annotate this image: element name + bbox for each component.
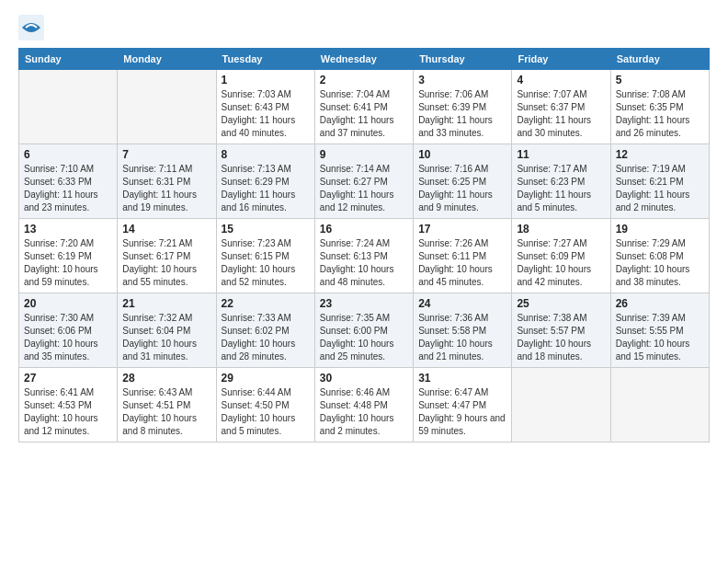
calendar-header: SundayMondayTuesdayWednesdayThursdayFrid… (19, 49, 710, 70)
day-header-sunday: Sunday (19, 49, 118, 70)
day-info: Sunrise: 7:32 AMSunset: 6:04 PMDaylight:… (122, 312, 210, 363)
day-info: Sunrise: 7:08 AMSunset: 6:35 PMDaylight:… (616, 88, 704, 140)
day-info: Sunrise: 7:21 AMSunset: 6:17 PMDaylight:… (122, 237, 210, 289)
logo (18, 15, 48, 40)
calendar: SundayMondayTuesdayWednesdayThursdayFrid… (18, 48, 710, 442)
day-number: 26 (616, 297, 704, 310)
calendar-cell: 20Sunrise: 7:30 AMSunset: 6:06 PMDayligh… (19, 293, 118, 368)
day-info: Sunrise: 7:03 AMSunset: 6:43 PMDaylight:… (222, 88, 310, 140)
calendar-cell (19, 70, 118, 144)
calendar-cell: 21Sunrise: 7:32 AMSunset: 6:04 PMDayligh… (118, 293, 216, 368)
calendar-cell: 9Sunrise: 7:14 AMSunset: 6:27 PMDaylight… (314, 144, 413, 219)
day-number: 9 (320, 148, 408, 161)
calendar-cell: 31Sunrise: 6:47 AMSunset: 4:47 PMDayligh… (414, 368, 512, 442)
day-info: Sunrise: 7:38 AMSunset: 5:57 PMDaylight:… (517, 312, 605, 363)
day-number: 5 (616, 74, 704, 86)
calendar-cell (512, 368, 610, 442)
calendar-cell: 7Sunrise: 7:11 AMSunset: 6:31 PMDaylight… (118, 144, 216, 219)
calendar-cell: 4Sunrise: 7:07 AMSunset: 6:37 PMDaylight… (512, 70, 610, 144)
calendar-cell: 27Sunrise: 6:41 AMSunset: 4:53 PMDayligh… (19, 368, 118, 442)
calendar-cell: 19Sunrise: 7:29 AMSunset: 6:08 PMDayligh… (610, 219, 709, 293)
day-number: 4 (517, 74, 605, 86)
calendar-cell: 14Sunrise: 7:21 AMSunset: 6:17 PMDayligh… (118, 219, 216, 293)
day-header-thursday: Thursday (414, 49, 512, 70)
day-number: 13 (24, 223, 112, 236)
day-info: Sunrise: 7:33 AMSunset: 6:02 PMDaylight:… (222, 312, 310, 363)
day-info: Sunrise: 7:29 AMSunset: 6:08 PMDaylight:… (616, 237, 704, 289)
calendar-cell: 13Sunrise: 7:20 AMSunset: 6:19 PMDayligh… (19, 219, 118, 293)
calendar-cell: 1Sunrise: 7:03 AMSunset: 6:43 PMDaylight… (216, 70, 314, 144)
day-info: Sunrise: 7:04 AMSunset: 6:41 PMDaylight:… (320, 88, 408, 140)
day-info: Sunrise: 7:20 AMSunset: 6:19 PMDaylight:… (24, 237, 112, 289)
day-number: 23 (320, 297, 408, 310)
header (18, 15, 710, 40)
page: SundayMondayTuesdayWednesdayThursdayFrid… (0, 0, 728, 452)
day-number: 2 (320, 74, 408, 86)
day-info: Sunrise: 6:46 AMSunset: 4:48 PMDaylight:… (320, 386, 408, 438)
day-header-saturday: Saturday (610, 49, 709, 70)
day-info: Sunrise: 7:14 AMSunset: 6:27 PMDaylight:… (320, 163, 408, 214)
calendar-cell: 2Sunrise: 7:04 AMSunset: 6:41 PMDaylight… (314, 70, 413, 144)
calendar-cell: 26Sunrise: 7:39 AMSunset: 5:55 PMDayligh… (610, 293, 709, 368)
day-header-monday: Monday (118, 49, 216, 70)
day-number: 6 (24, 148, 112, 161)
day-number: 18 (517, 223, 605, 236)
day-info: Sunrise: 7:39 AMSunset: 5:55 PMDaylight:… (616, 312, 704, 363)
calendar-cell: 12Sunrise: 7:19 AMSunset: 6:21 PMDayligh… (610, 144, 709, 219)
day-info: Sunrise: 7:36 AMSunset: 5:58 PMDaylight:… (418, 312, 506, 363)
day-number: 14 (122, 223, 210, 236)
day-info: Sunrise: 7:17 AMSunset: 6:23 PMDaylight:… (517, 163, 605, 214)
day-info: Sunrise: 6:44 AMSunset: 4:50 PMDaylight:… (222, 386, 310, 438)
day-number: 11 (517, 148, 605, 161)
calendar-cell: 22Sunrise: 7:33 AMSunset: 6:02 PMDayligh… (216, 293, 314, 368)
day-info: Sunrise: 6:41 AMSunset: 4:53 PMDaylight:… (24, 386, 112, 438)
day-info: Sunrise: 7:10 AMSunset: 6:33 PMDaylight:… (24, 163, 112, 214)
week-row-2: 6Sunrise: 7:10 AMSunset: 6:33 PMDaylight… (19, 144, 710, 219)
day-number: 16 (320, 223, 408, 236)
calendar-cell: 8Sunrise: 7:13 AMSunset: 6:29 PMDaylight… (216, 144, 314, 219)
day-number: 7 (122, 148, 210, 161)
day-info: Sunrise: 7:35 AMSunset: 6:00 PMDaylight:… (320, 312, 408, 363)
day-number: 8 (222, 148, 310, 161)
day-number: 31 (418, 372, 506, 385)
day-info: Sunrise: 7:16 AMSunset: 6:25 PMDaylight:… (418, 163, 506, 214)
day-info: Sunrise: 6:47 AMSunset: 4:47 PMDaylight:… (418, 386, 506, 438)
week-row-1: 1Sunrise: 7:03 AMSunset: 6:43 PMDaylight… (19, 70, 710, 144)
week-row-5: 27Sunrise: 6:41 AMSunset: 4:53 PMDayligh… (19, 368, 710, 442)
calendar-cell: 6Sunrise: 7:10 AMSunset: 6:33 PMDaylight… (19, 144, 118, 219)
day-header-wednesday: Wednesday (314, 49, 413, 70)
day-number: 10 (418, 148, 506, 161)
week-row-3: 13Sunrise: 7:20 AMSunset: 6:19 PMDayligh… (19, 219, 710, 293)
calendar-cell: 29Sunrise: 6:44 AMSunset: 4:50 PMDayligh… (216, 368, 314, 442)
calendar-cell: 11Sunrise: 7:17 AMSunset: 6:23 PMDayligh… (512, 144, 610, 219)
calendar-cell: 10Sunrise: 7:16 AMSunset: 6:25 PMDayligh… (414, 144, 512, 219)
day-number: 15 (222, 223, 310, 236)
day-info: Sunrise: 7:26 AMSunset: 6:11 PMDaylight:… (418, 237, 506, 289)
day-header-tuesday: Tuesday (216, 49, 314, 70)
logo-icon (18, 15, 44, 40)
day-number: 24 (418, 297, 506, 310)
day-number: 25 (517, 297, 605, 310)
day-number: 20 (24, 297, 112, 310)
calendar-cell: 5Sunrise: 7:08 AMSunset: 6:35 PMDaylight… (610, 70, 709, 144)
day-info: Sunrise: 7:27 AMSunset: 6:09 PMDaylight:… (517, 237, 605, 289)
day-number: 19 (616, 223, 704, 236)
day-header-friday: Friday (512, 49, 610, 70)
calendar-cell: 23Sunrise: 7:35 AMSunset: 6:00 PMDayligh… (314, 293, 413, 368)
calendar-body: 1Sunrise: 7:03 AMSunset: 6:43 PMDaylight… (19, 70, 710, 442)
calendar-cell: 17Sunrise: 7:26 AMSunset: 6:11 PMDayligh… (414, 219, 512, 293)
day-info: Sunrise: 7:13 AMSunset: 6:29 PMDaylight:… (222, 163, 310, 214)
calendar-cell (118, 70, 216, 144)
day-number: 30 (320, 372, 408, 385)
calendar-cell: 16Sunrise: 7:24 AMSunset: 6:13 PMDayligh… (314, 219, 413, 293)
day-info: Sunrise: 6:43 AMSunset: 4:51 PMDaylight:… (122, 386, 210, 438)
day-number: 1 (222, 74, 310, 86)
calendar-cell: 28Sunrise: 6:43 AMSunset: 4:51 PMDayligh… (118, 368, 216, 442)
day-number: 22 (222, 297, 310, 310)
day-number: 12 (616, 148, 704, 161)
day-number: 27 (24, 372, 112, 385)
day-info: Sunrise: 7:07 AMSunset: 6:37 PMDaylight:… (517, 88, 605, 140)
day-number: 28 (122, 372, 210, 385)
day-info: Sunrise: 7:30 AMSunset: 6:06 PMDaylight:… (24, 312, 112, 363)
day-number: 21 (122, 297, 210, 310)
